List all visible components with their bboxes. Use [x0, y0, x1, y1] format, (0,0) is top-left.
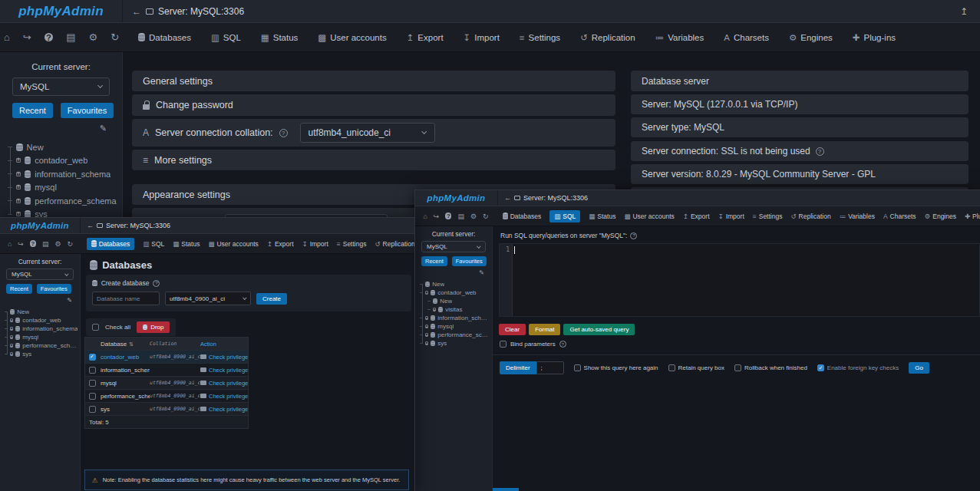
home-icon[interactable]: ⌂: [8, 240, 12, 248]
server-select[interactable]: MySQL: [6, 269, 74, 280]
database-name-link[interactable]: information_schema: [99, 367, 150, 374]
column-header-database[interactable]: Database⇅: [99, 341, 150, 348]
tab-engines[interactable]: ⚙Engines: [789, 32, 833, 43]
collapse-icon[interactable]: ↥: [960, 6, 968, 17]
tree-item-information-schema[interactable]: +information_schema: [420, 314, 490, 322]
tab-replication[interactable]: ↺Replication: [790, 213, 830, 220]
recent-button[interactable]: Recent: [421, 256, 447, 266]
tree-item-new[interactable]: New: [5, 308, 78, 316]
back-arrow-icon[interactable]: ←: [504, 194, 511, 202]
tab-export[interactable]: ↥Export: [267, 240, 294, 248]
get-auto-saved-query-button[interactable]: Get auto-saved query: [563, 324, 635, 335]
tree-item-performance-schema[interactable]: +performance_schema: [5, 341, 78, 350]
tab-user-accounts[interactable]: ▩User accounts: [318, 32, 386, 43]
tab-settings[interactable]: ≡Settings: [520, 33, 560, 42]
check-privileges-link[interactable]: Check privileges: [200, 393, 248, 400]
tree-item-mysql[interactable]: +mysql: [8, 181, 119, 195]
server-select[interactable]: MySQL: [421, 241, 486, 252]
expand-icon[interactable]: +: [16, 212, 21, 216]
tab-replication[interactable]: ↺Replication: [375, 240, 414, 248]
help-icon[interactable]: ?: [153, 280, 160, 287]
tab-user-accounts[interactable]: ▩User accounts: [208, 240, 258, 248]
tab-user-accounts[interactable]: ▩User accounts: [624, 213, 674, 220]
create-collation-select[interactable]: utf8mb4_0900_ai_ci: [165, 292, 251, 305]
tree-item-new[interactable]: New: [420, 297, 490, 305]
expand-icon[interactable]: +: [10, 344, 13, 347]
tab-export[interactable]: ↥Export: [407, 32, 444, 43]
tab-settings[interactable]: ≡Settings: [753, 213, 783, 220]
go-button[interactable]: Go: [909, 362, 929, 374]
tab-import[interactable]: ↧Import: [464, 32, 500, 43]
tree-item-new[interactable]: New: [420, 280, 490, 288]
tab-plug-ins[interactable]: ✚Plug-ins: [965, 213, 980, 220]
database-name-link[interactable]: mysql: [99, 380, 150, 387]
tree-item-mysql[interactable]: +mysql: [420, 322, 490, 331]
check-privileges-link[interactable]: Check privileges: [200, 406, 248, 413]
tree-item-information-schema[interactable]: +information_schema: [8, 167, 119, 181]
info-icon[interactable]: ?: [45, 33, 54, 42]
help-icon[interactable]: ?: [559, 341, 566, 348]
favourites-button[interactable]: Favourites: [452, 256, 487, 266]
expand-icon[interactable]: +: [425, 325, 428, 328]
expand-icon[interactable]: +: [425, 316, 428, 319]
format-button[interactable]: Format: [529, 324, 560, 335]
row-checkbox[interactable]: [89, 367, 96, 374]
back-arrow-icon[interactable]: ←: [87, 222, 94, 229]
logout-icon[interactable]: ↪: [23, 31, 31, 43]
bind-parameters-checkbox[interactable]: [500, 341, 506, 348]
refresh-icon[interactable]: ↻: [68, 240, 74, 248]
tree-item-contador-web[interactable]: +contador_web: [8, 154, 119, 168]
check-all-checkbox[interactable]: [92, 324, 99, 331]
check-privileges-link[interactable]: Check privileges: [200, 354, 248, 361]
home-icon[interactable]: ⌂: [423, 213, 427, 220]
row-checkbox[interactable]: [89, 380, 96, 387]
show-this-query-here-again-checkbox[interactable]: [574, 364, 581, 371]
tab-status[interactable]: ▦Status: [173, 240, 200, 248]
check-privileges-link[interactable]: Check privileges: [200, 380, 248, 387]
expand-icon[interactable]: +: [16, 185, 21, 189]
expand-icon[interactable]: +: [10, 327, 13, 330]
expand-icon[interactable]: +: [16, 199, 21, 203]
tab-variables[interactable]: ≔Variables: [840, 213, 875, 220]
tab-import[interactable]: ↧Import: [718, 213, 744, 220]
info-icon[interactable]: ?: [445, 213, 451, 219]
tree-item-performance-schema[interactable]: +performance_schema: [8, 194, 119, 208]
general-settings-panel[interactable]: General settings: [132, 71, 615, 91]
delimiter-input[interactable]: [536, 361, 564, 374]
tab-replication[interactable]: ↺Replication: [580, 32, 635, 43]
expand-icon[interactable]: −: [425, 291, 428, 294]
row-checkbox[interactable]: [89, 406, 96, 413]
docs-icon[interactable]: ▤: [42, 240, 49, 248]
rollback-when-finished-checkbox[interactable]: [734, 364, 741, 371]
refresh-icon[interactable]: ↻: [111, 31, 119, 43]
expand-icon[interactable]: +: [425, 333, 428, 336]
expand-icon[interactable]: +: [10, 318, 13, 321]
tab-sql[interactable]: ▥SQL: [143, 240, 164, 248]
tree-item-sys[interactable]: +sys: [5, 350, 78, 358]
docs-icon[interactable]: ▤: [457, 213, 464, 220]
expand-icon[interactable]: +: [425, 341, 428, 344]
docs-icon[interactable]: ▤: [66, 31, 75, 43]
tree-item-mysql[interactable]: +mysql: [5, 333, 78, 341]
tab-databases[interactable]: Databases: [87, 238, 134, 250]
server-select[interactable]: MySQL: [12, 77, 110, 96]
help-icon[interactable]: ?: [279, 129, 288, 137]
tab-plug-ins[interactable]: ✚Plug-ins: [853, 32, 896, 43]
change-password-panel[interactable]: Change password: [132, 94, 615, 116]
create-button[interactable]: Create: [256, 293, 287, 305]
check-privileges-link[interactable]: Check privileges: [200, 367, 248, 374]
logout-icon[interactable]: ↪: [18, 240, 24, 248]
help-icon[interactable]: ?: [816, 147, 824, 156]
home-icon[interactable]: ⌂: [4, 31, 10, 43]
pencil-icon[interactable]: ✎: [8, 297, 72, 304]
clear-button[interactable]: Clear: [499, 324, 526, 335]
tree-item-information-schema[interactable]: +information_schema: [5, 325, 78, 333]
info-icon[interactable]: ?: [30, 240, 36, 246]
tab-status[interactable]: ▦Status: [261, 32, 298, 43]
expand-icon[interactable]: +: [10, 335, 13, 338]
expand-icon[interactable]: +: [433, 308, 436, 311]
expand-icon[interactable]: +: [16, 158, 21, 163]
tab-export[interactable]: ↥Export: [683, 213, 710, 220]
tab-import[interactable]: ↧Import: [302, 240, 328, 248]
expand-icon[interactable]: +: [10, 352, 13, 355]
